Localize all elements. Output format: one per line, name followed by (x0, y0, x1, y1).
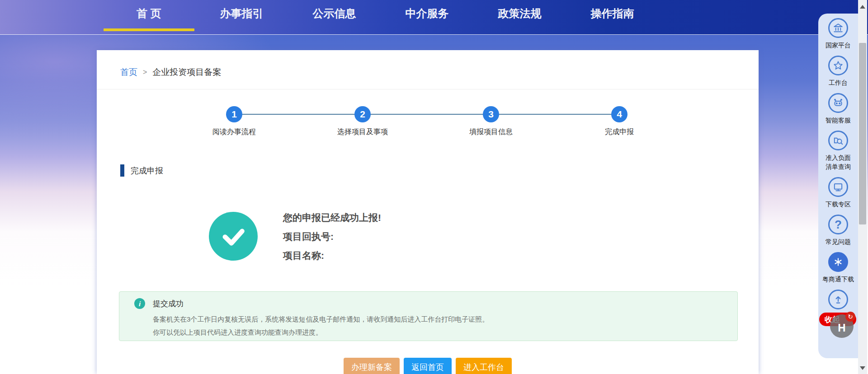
sidebar-item-ai-service[interactable]: 智能客服 (820, 93, 856, 125)
result-heading: 您的申报已经成功上报! (283, 211, 381, 224)
back-home-button[interactable]: 返回首页 (404, 358, 452, 374)
bank-icon (828, 18, 848, 38)
step-3: 3 填报项目信息 (427, 106, 555, 137)
floating-helper-widget[interactable]: H ↻ (830, 314, 854, 338)
nav-item-guide[interactable]: 办事指引 (195, 0, 288, 35)
nav-item-label: 操作指南 (591, 6, 634, 21)
section-title: 完成申报 (131, 165, 163, 176)
step-1-dot: 1 (226, 106, 242, 122)
success-notice-box: i 提交成功 备案机关在3个工作日内复核无误后，系统将发送短信及电子邮件通知，请… (119, 291, 738, 341)
sidebar-item-faq[interactable]: ? 常见问题 (820, 215, 856, 246)
nav-item-manual[interactable]: 操作指南 (566, 0, 659, 35)
sidebar-item-download-zone[interactable]: 下载专区 (820, 177, 856, 209)
nav-item-label: 办事指引 (220, 6, 264, 21)
scroll-up-arrow[interactable] (858, 3, 867, 11)
nav-item-intermediary[interactable]: 中介服务 (381, 0, 473, 35)
nav-item-label: 公示信息 (313, 6, 356, 21)
sidebar-item-label: 下载专区 (820, 200, 856, 209)
nav-item-label: 政策法规 (498, 6, 542, 21)
sidebar-item-label: 智能客服 (820, 116, 856, 125)
info-icon: i (134, 298, 145, 309)
notice-title: 提交成功 (153, 299, 184, 309)
scrollbar-thumb[interactable] (859, 43, 866, 224)
content-card: 首页 > 企业投资项目备案 1 阅读办事流程 2 选择项目及事项 3 填报项目信… (97, 50, 759, 374)
sidebar-item-label: 工作台 (820, 78, 856, 87)
step-2-label: 选择项目及事项 (298, 127, 427, 137)
success-check-icon (209, 212, 258, 261)
action-button-row: 办理新备案 返回首页 进入工作台 (97, 358, 759, 374)
refresh-icon: ↻ (845, 312, 855, 322)
receipt-label: 项目回执号: (283, 231, 334, 242)
sidebar-item-label: 国家平台 (820, 41, 856, 50)
step-3-label: 填报项目信息 (427, 127, 555, 137)
helper-widget-letter: H (830, 322, 854, 334)
step-4: 4 完成申报 (555, 106, 684, 137)
nav-item-label: 中介服务 (406, 6, 449, 21)
nav-item-public-info[interactable]: 公示信息 (288, 0, 381, 35)
step-3-dot: 3 (483, 106, 499, 122)
step-4-label: 完成申报 (555, 127, 684, 137)
divider (97, 89, 759, 89)
arrow-up-icon (828, 290, 848, 309)
page: 首 页 办事指引 公示信息 中介服务 政策法规 操作指南 首页 > 企 (0, 0, 868, 374)
breadcrumb-current: 企业投资项目备案 (152, 66, 221, 78)
top-nav-bar: 首 页 办事指引 公示信息 中介服务 政策法规 操作指南 (0, 0, 868, 35)
result-name-line: 项目名称: (283, 249, 381, 262)
sidebar-item-yueshangtong-download[interactable]: 粤商通下载 (820, 252, 856, 284)
step-1: 1 阅读办事流程 (170, 106, 298, 137)
breadcrumb-home-link[interactable]: 首页 (120, 66, 137, 78)
sidebar-item-label: 常见问题 (820, 237, 856, 246)
scroll-down-arrow[interactable] (858, 364, 867, 372)
notice-line-2: 你可以凭以上项目代码进入进度查询功能查询办理进度。 (153, 326, 489, 339)
step-1-label: 阅读办事流程 (170, 127, 298, 137)
section-accent-bar (120, 164, 124, 177)
check-mark (217, 220, 249, 252)
monitor-icon (828, 177, 848, 197)
section-header: 完成申报 (120, 164, 163, 177)
right-toolbar: 国家平台 工作台 智能客服 (818, 14, 858, 358)
nav-item-home[interactable]: 首 页 (103, 0, 195, 35)
nav-item-label: 首 页 (137, 6, 161, 21)
new-filing-button[interactable]: 办理新备案 (344, 358, 400, 374)
enter-workbench-button[interactable]: 进入工作台 (456, 358, 512, 374)
sidebar-item-national-platform[interactable]: 国家平台 (820, 18, 856, 50)
flower-icon (828, 252, 848, 272)
step-wizard: 1 阅读办事流程 2 选择项目及事项 3 填报项目信息 4 完成申报 (170, 106, 684, 144)
nav-item-policy[interactable]: 政策法规 (473, 0, 566, 35)
notice-line-1: 备案机关在3个工作日内复核无误后，系统将发送短信及电子邮件通知，请收到通知后进入… (153, 313, 489, 326)
star-icon (828, 56, 848, 75)
main-nav: 首 页 办事指引 公示信息 中介服务 政策法规 操作指南 (103, 0, 659, 35)
question-icon: ? (828, 215, 848, 234)
step-2-dot: 2 (354, 106, 371, 122)
robot-icon (828, 93, 848, 113)
project-name-label: 项目名称: (283, 250, 324, 261)
step-2: 2 选择项目及事项 (298, 106, 427, 137)
vertical-scrollbar[interactable] (858, 0, 867, 374)
folder-search-icon (828, 131, 848, 150)
sidebar-item-negative-list-query[interactable]: 准入负面清单查询 (824, 131, 852, 171)
notice-body: 备案机关在3个工作日内复核无误后，系统将发送短信及电子邮件通知，请收到通知后进入… (153, 313, 489, 339)
breadcrumb-separator: > (143, 68, 147, 76)
sidebar-item-workbench[interactable]: 工作台 (820, 56, 856, 87)
result-text-block: 您的申报已经成功上报! 项目回执号: 项目名称: (283, 211, 381, 262)
result-receipt-line: 项目回执号: (283, 230, 381, 243)
sidebar-item-label: 粤商通下载 (820, 275, 856, 284)
step-4-dot: 4 (611, 106, 627, 122)
active-tab-underline (104, 28, 194, 31)
sidebar-item-label: 准入负面清单查询 (824, 153, 852, 171)
breadcrumb: 首页 > 企业投资项目备案 (120, 66, 221, 78)
